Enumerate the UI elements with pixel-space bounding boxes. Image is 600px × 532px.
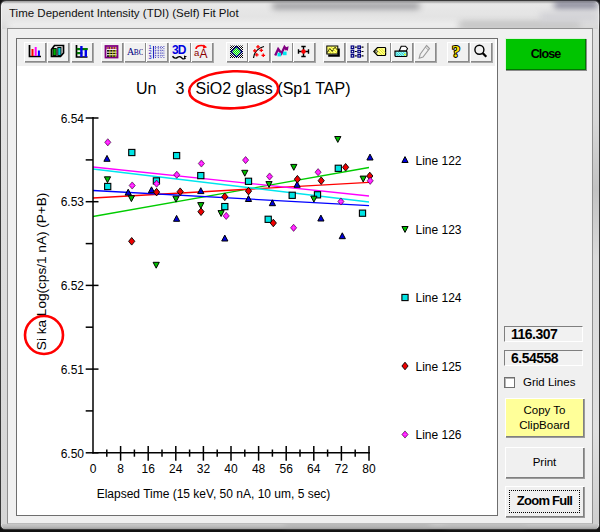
svg-text:A: A xyxy=(200,47,208,61)
svg-text:Si ka Log(cps/1 nA) (P+B): Si ka Log(cps/1 nA) (P+B) xyxy=(34,193,49,351)
svg-text:32: 32 xyxy=(197,462,211,476)
svg-text:16: 16 xyxy=(142,462,156,476)
svg-text:80: 80 xyxy=(362,462,376,476)
svg-text:72: 72 xyxy=(335,462,349,476)
svg-text:6.51: 6.51 xyxy=(61,363,85,377)
svg-text:Line 125: Line 125 xyxy=(416,360,462,374)
svg-text:48: 48 xyxy=(252,462,266,476)
svg-text:Line 122: Line 122 xyxy=(416,154,462,168)
svg-text:24: 24 xyxy=(169,462,183,476)
svg-text:3: 3 xyxy=(149,54,152,60)
svg-text:Line 123: Line 123 xyxy=(416,223,462,237)
svg-text:3D: 3D xyxy=(172,43,187,57)
svg-text:8: 8 xyxy=(117,462,124,476)
svg-text:?: ? xyxy=(452,43,460,60)
svg-text:6.50: 6.50 xyxy=(61,447,85,461)
svg-text:6.53: 6.53 xyxy=(61,195,85,209)
svg-text:0: 0 xyxy=(90,462,97,476)
svg-text:56: 56 xyxy=(280,462,294,476)
svg-text:40: 40 xyxy=(224,462,238,476)
svg-text:Line 126: Line 126 xyxy=(416,428,462,442)
svg-text:Elapsed Time (15 keV, 50 nA, 1: Elapsed Time (15 keV, 50 nA, 10 um, 5 se… xyxy=(97,487,331,501)
svg-text:Line 124: Line 124 xyxy=(416,291,462,305)
svg-text:BC: BC xyxy=(133,48,142,57)
svg-text:64: 64 xyxy=(307,462,321,476)
svg-text:Un3SiO2 glass (Sp1 TAP): Un3SiO2 glass (Sp1 TAP) xyxy=(136,80,351,97)
svg-text:6.54: 6.54 xyxy=(61,112,85,126)
svg-text:6.52: 6.52 xyxy=(61,279,85,293)
